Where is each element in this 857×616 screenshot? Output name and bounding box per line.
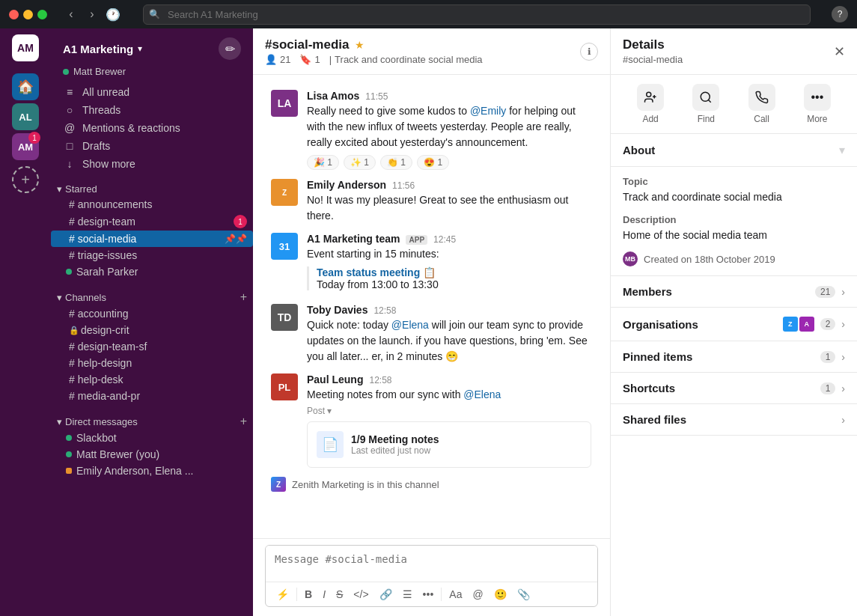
workspace-icon[interactable]: AM: [12, 34, 39, 61]
quote-link[interactable]: Team status meeting 📋: [317, 266, 592, 278]
mention-link[interactable]: @Elena: [463, 388, 501, 400]
channel-item-accounting[interactable]: # accounting: [51, 305, 253, 322]
find-label: Find: [698, 114, 715, 124]
dm-section-header[interactable]: ▾ Direct messages +: [51, 413, 253, 430]
shortcuts-row[interactable]: Shortcuts 1 ›: [611, 373, 857, 404]
details-close-button[interactable]: ✕: [834, 43, 845, 60]
lightning-button[interactable]: ⚡: [272, 585, 293, 603]
about-section-header[interactable]: About ▾: [611, 134, 857, 167]
channel-name: design-crit: [81, 324, 129, 336]
reaction-item[interactable]: 🎉 1: [307, 155, 339, 170]
back-button[interactable]: ‹: [62, 5, 80, 23]
add-member-button[interactable]: Add: [637, 84, 664, 124]
mention-button[interactable]: @: [468, 585, 487, 603]
channel-item-design-crit[interactable]: 🔒 design-crit: [51, 322, 253, 338]
font-button[interactable]: Aa: [445, 585, 466, 603]
show-more-label: Show more: [82, 158, 135, 170]
close-traffic-light[interactable]: [9, 10, 19, 19]
call-button[interactable]: Call: [748, 84, 775, 124]
channel-item-design-team-sf[interactable]: # design-team-sf: [51, 338, 253, 355]
starred-section-header[interactable]: ▾ Starred: [51, 182, 253, 196]
bookmarks-count[interactable]: 🔖 1: [299, 54, 320, 65]
post-card[interactable]: 📄 1/9 Meeting notes Last edited just now: [307, 421, 591, 468]
star-icon[interactable]: ★: [355, 39, 365, 51]
channel-item-social-media[interactable]: # social-media 📌📌: [51, 231, 253, 247]
members-count[interactable]: 👤 21: [265, 54, 290, 65]
channels-section-header[interactable]: ▾ Channels +: [51, 289, 253, 305]
dm-item-emily-elena[interactable]: Emily Anderson, Elena ...: [51, 463, 253, 479]
dm-name: Emily Anderson, Elena ...: [76, 465, 193, 477]
reaction-item[interactable]: ✨ 1: [344, 155, 376, 170]
forward-button[interactable]: ›: [83, 5, 101, 23]
message-input[interactable]: [266, 546, 597, 579]
user-status: Matt Brewer: [51, 66, 253, 83]
avatar: TD: [271, 304, 298, 331]
pinned-items-row[interactable]: Pinned items 1 ›: [611, 341, 857, 373]
dm-item-sarah-parker[interactable]: Sarah Parker: [51, 263, 253, 280]
channel-item-triage-issues[interactable]: # triage-issues: [51, 247, 253, 263]
chat-header-left: #social-media ★ 👤 21 🔖 1 | Track and coo…: [265, 37, 483, 65]
shared-files-row[interactable]: Shared files ›: [611, 404, 857, 436]
link-button[interactable]: 🔗: [375, 585, 397, 603]
dm-item-slackbot[interactable]: Slackbot: [51, 430, 253, 446]
dm-item-matt-brewer[interactable]: Matt Brewer (you): [51, 446, 253, 463]
details-header-text: Details #social-media: [623, 37, 683, 65]
chevron-right-icon: ›: [841, 318, 845, 330]
channel-item-announcements[interactable]: # announcements: [51, 196, 253, 213]
reaction-item[interactable]: 😍 1: [417, 155, 449, 170]
mentions-label: Mentions & reactions: [82, 122, 180, 134]
sidebar-item-mentions[interactable]: @ Mentions & reactions: [57, 119, 247, 137]
add-channel-button[interactable]: +: [240, 290, 247, 304]
channel-name: design-team: [78, 216, 135, 228]
mention-link[interactable]: @Emily: [470, 105, 506, 117]
message-text: Event starting in 15 minutes:: [307, 246, 592, 262]
online-dot: [66, 269, 72, 275]
add-dm-button[interactable]: +: [240, 415, 247, 428]
sidebar-item-all-unread[interactable]: ≡ All unread: [57, 83, 247, 101]
channel-item-media-and-pr[interactable]: # media-and-pr: [51, 388, 253, 404]
message-row: TD Toby Davies 12:58 Quick note: today @…: [265, 301, 598, 368]
channel-item-help-design[interactable]: # help-design: [51, 355, 253, 371]
pipe-divider: |: [329, 54, 332, 65]
members-row[interactable]: Members 21 ›: [611, 276, 857, 308]
italic-button[interactable]: I: [318, 585, 330, 603]
channel-item-help-desk[interactable]: # help-desk: [51, 371, 253, 388]
sidebar-item-drafts[interactable]: □ Drafts: [57, 137, 247, 155]
add-workspace-button[interactable]: +: [12, 166, 39, 193]
emoji-button[interactable]: 🙂: [490, 585, 511, 603]
home-icon-btn[interactable]: 🏠: [12, 73, 39, 100]
search-bar-container: 🔍: [143, 4, 811, 25]
sidebar-item-show-more[interactable]: ↓ Show more: [57, 155, 247, 173]
compose-button[interactable]: ✏: [219, 37, 241, 60]
fullscreen-traffic-light[interactable]: [37, 10, 47, 19]
sidebar-item-threads[interactable]: ○ Threads: [57, 101, 247, 119]
chat-meta: 👤 21 🔖 1 | Track and coordinate social m…: [265, 54, 483, 65]
strikethrough-button[interactable]: S: [332, 585, 347, 603]
list-button[interactable]: ☰: [398, 585, 417, 603]
channel-item-design-team[interactable]: # design-team 1: [51, 213, 253, 231]
post-label[interactable]: Post ▾: [307, 406, 332, 416]
search-input[interactable]: [143, 4, 811, 25]
reaction-item[interactable]: 👏 1: [380, 155, 412, 170]
channel-info-button[interactable]: ℹ: [580, 43, 598, 61]
am-workspace-btn[interactable]: AM 1: [12, 133, 39, 160]
history-button[interactable]: 🕐: [104, 5, 122, 23]
avatar: 31: [271, 233, 298, 260]
organisations-row[interactable]: Organisations Z A 2 ›: [611, 308, 857, 341]
mention-link[interactable]: @Elena: [391, 319, 429, 331]
more-icon: •••: [804, 84, 831, 111]
bold-button[interactable]: B: [300, 585, 317, 603]
more-actions-button[interactable]: ••• More: [804, 84, 831, 124]
input-toolbar: ⚡ B I S </> 🔗 ☰ ••• Aa @ 🙂 📎: [266, 582, 597, 606]
al-workspace-btn[interactable]: AL: [12, 103, 39, 130]
lock-icon: 🔒: [69, 326, 79, 335]
workspace-name-button[interactable]: A1 Marketing ▾: [63, 43, 142, 55]
attach-button[interactable]: 📎: [513, 585, 534, 603]
find-button[interactable]: Find: [692, 84, 719, 124]
minimize-traffic-light[interactable]: [23, 10, 33, 19]
code-button[interactable]: </>: [349, 585, 373, 603]
channel-name: help-design: [78, 357, 132, 369]
help-button[interactable]: ?: [832, 6, 848, 22]
shortcuts-title: Shortcuts: [623, 382, 675, 394]
more-formatting-button[interactable]: •••: [418, 585, 439, 603]
